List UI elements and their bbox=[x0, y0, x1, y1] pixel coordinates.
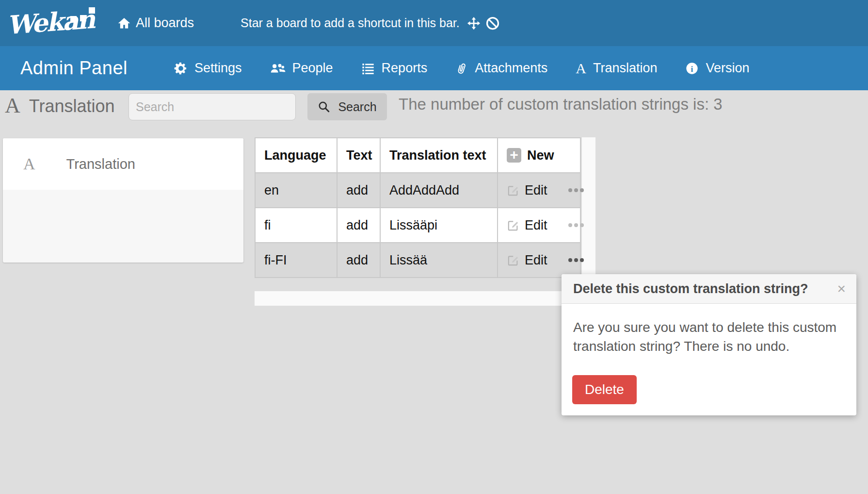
serif-a-icon: A bbox=[576, 61, 586, 76]
ellipsis-menu-icon[interactable] bbox=[568, 258, 572, 262]
cell-text: add bbox=[337, 173, 380, 208]
translation-count-text: The number of custom translation strings… bbox=[399, 95, 723, 114]
edit-pencil-square-icon bbox=[507, 254, 520, 267]
table-row: en add AddAddAdd Edit bbox=[255, 173, 580, 208]
translation-table: Language Text Translation text New en ad… bbox=[255, 137, 581, 278]
nav-reports-label: Reports bbox=[382, 61, 428, 76]
admin-nav: Settings People Reports bbox=[174, 61, 750, 76]
edit-pencil-square-icon bbox=[507, 184, 520, 197]
admin-panel-bar: Admin Panel Settings People bbox=[0, 46, 868, 90]
col-header-language: Language bbox=[255, 138, 337, 173]
delete-button[interactable]: Delete bbox=[572, 375, 637, 404]
wekan-logo-pixels-icon bbox=[89, 7, 95, 14]
nav-reports[interactable]: Reports bbox=[361, 61, 428, 76]
table-header-row: Language Text Translation text New bbox=[255, 138, 580, 173]
horizontal-scrollbar-track[interactable] bbox=[255, 291, 596, 306]
nav-translation-label: Translation bbox=[593, 61, 658, 76]
wekan-logo[interactable]: Wekan bbox=[7, 3, 104, 43]
all-boards-link[interactable]: All boards bbox=[117, 16, 194, 31]
dialog-title: Delete this custom translation string? bbox=[573, 281, 837, 296]
nav-translation[interactable]: A Translation bbox=[576, 61, 657, 76]
section-title: Translation bbox=[29, 96, 115, 116]
edit-pencil-square-icon bbox=[507, 219, 520, 232]
col-header-translation-text: Translation text bbox=[380, 138, 498, 173]
translation-a-icon: A bbox=[5, 95, 20, 116]
dialog-body-text: Are you sure you want to delete this cus… bbox=[562, 304, 856, 356]
paperclip-icon bbox=[455, 62, 468, 75]
admin-panel-title: Admin Panel bbox=[20, 58, 128, 79]
cell-language: fi-FI bbox=[255, 243, 337, 278]
table-row: fi add Lissääpi Edit bbox=[255, 208, 580, 243]
search-icon bbox=[318, 100, 330, 113]
wekan-logo-text: Wekan bbox=[6, 4, 95, 39]
star-hint-text: Star a board to add a shortcut in this b… bbox=[241, 16, 460, 30]
cell-translation: AddAddAdd bbox=[380, 173, 498, 208]
sidebar-item-translation[interactable]: A Translation bbox=[3, 138, 243, 190]
sidebar-item-label: Translation bbox=[66, 156, 135, 172]
cell-actions: Edit bbox=[498, 208, 580, 243]
nav-settings-label: Settings bbox=[194, 61, 242, 76]
edit-button[interactable]: Edit bbox=[525, 253, 547, 268]
ban-icon[interactable] bbox=[485, 16, 500, 31]
list-icon bbox=[361, 62, 375, 75]
cell-actions: Edit bbox=[498, 243, 580, 278]
cell-text: add bbox=[337, 243, 380, 278]
ellipsis-menu-icon[interactable] bbox=[568, 188, 572, 192]
arrows-move-icon[interactable] bbox=[466, 16, 481, 31]
new-label: New bbox=[527, 148, 554, 163]
delete-confirm-dialog: Delete this custom translation string? ×… bbox=[562, 274, 856, 415]
nav-attachments[interactable]: Attachments bbox=[455, 61, 547, 76]
cell-language: en bbox=[255, 173, 337, 208]
edit-button[interactable]: Edit bbox=[525, 183, 547, 198]
cell-text: add bbox=[337, 208, 380, 243]
section-heading: A Translation bbox=[5, 95, 115, 116]
nav-attachments-label: Attachments bbox=[475, 61, 547, 76]
nav-settings[interactable]: Settings bbox=[174, 61, 242, 76]
people-icon bbox=[270, 62, 286, 75]
search-button[interactable]: Search bbox=[307, 93, 387, 120]
close-icon[interactable]: × bbox=[837, 281, 846, 296]
home-icon bbox=[117, 16, 131, 30]
dialog-header: Delete this custom translation string? × bbox=[562, 274, 856, 304]
ellipsis-menu-icon[interactable] bbox=[568, 223, 572, 227]
plus-square-icon[interactable] bbox=[507, 148, 521, 163]
info-circle-icon: i bbox=[685, 62, 699, 75]
top-bar: Wekan All boards Star a board to add a s… bbox=[0, 0, 868, 46]
col-header-text: Text bbox=[337, 138, 380, 173]
table-row: fi-FI add Lissää Edit bbox=[255, 243, 580, 278]
search-button-label: Search bbox=[338, 100, 376, 114]
serif-a-icon: A bbox=[23, 156, 35, 172]
nav-people-label: People bbox=[292, 61, 333, 76]
search-input[interactable] bbox=[129, 93, 296, 120]
nav-version[interactable]: i Version bbox=[685, 61, 749, 76]
svg-text:i: i bbox=[691, 64, 693, 74]
all-boards-label: All boards bbox=[136, 16, 194, 31]
cell-actions: Edit bbox=[498, 173, 580, 208]
nav-version-label: Version bbox=[706, 61, 749, 76]
translation-sidebar: A Translation bbox=[3, 138, 243, 263]
cell-language: fi bbox=[255, 208, 337, 243]
translation-toolbar: A Translation Search The number of custo… bbox=[0, 90, 868, 125]
nav-people[interactable]: People bbox=[270, 61, 333, 76]
col-header-new[interactable]: New bbox=[498, 138, 580, 173]
cell-translation: Lissääpi bbox=[380, 208, 498, 243]
cell-translation: Lissää bbox=[380, 243, 498, 278]
gear-icon bbox=[174, 62, 188, 75]
edit-button[interactable]: Edit bbox=[525, 218, 547, 233]
